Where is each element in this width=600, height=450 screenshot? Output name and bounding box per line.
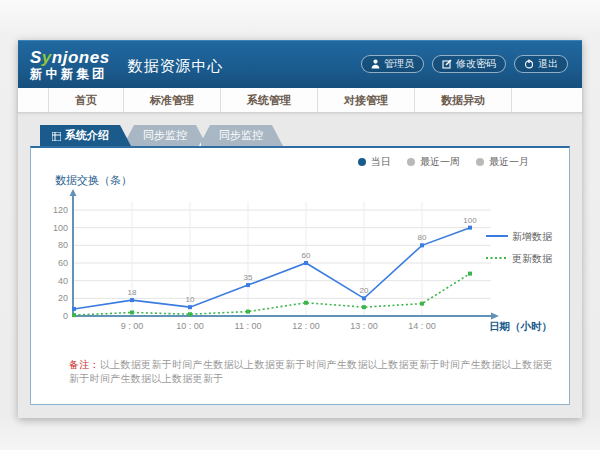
header-actions: 管理员 修改密码 退出 [361, 55, 568, 73]
svg-text:80: 80 [418, 233, 427, 242]
svg-text:40: 40 [58, 276, 68, 286]
footnote: 备注：以上数据更新于时间产生数据以上数据更新于时间产生数据以上数据更新于时间产生… [43, 358, 557, 386]
footnote-label: 备注： [69, 359, 100, 370]
svg-text:13 : 00: 13 : 00 [350, 321, 378, 331]
page-title: 数据资源中心 [128, 53, 224, 76]
radio-dot-selected [358, 158, 366, 166]
range-filter: 当日 最近一周 最近一月 [43, 154, 529, 169]
svg-text:20: 20 [58, 293, 68, 303]
radio-last-week[interactable]: 最近一周 [407, 155, 460, 169]
radio-last-month[interactable]: 最近一月 [476, 155, 529, 169]
main-nav: 首页 标准管理 系统管理 对接管理 数据异动 [18, 88, 582, 113]
tab-bar: 系统介绍 同步监控 同步监控 [40, 125, 570, 146]
user-icon [371, 59, 380, 69]
nav-item-standard-mgmt[interactable]: 标准管理 [124, 88, 221, 112]
svg-text:60: 60 [302, 251, 311, 260]
company-logo: Synjones 新中新集团 [30, 49, 110, 81]
chart-panel: 当日 最近一周 最近一月 数据交换（条） 0204060801001209 : … [30, 146, 570, 405]
radio-dot [476, 158, 484, 166]
logo-text-en: Synjones [30, 49, 110, 66]
svg-text:18: 18 [128, 288, 137, 297]
nav-item-home[interactable]: 首页 [48, 88, 124, 112]
change-password-button[interactable]: 修改密码 [432, 55, 506, 73]
svg-text:9 : 00: 9 : 00 [121, 321, 144, 331]
tab-system-intro[interactable]: 系统介绍 [40, 125, 131, 146]
svg-text:日期（小时）: 日期（小时） [489, 320, 552, 333]
grid-icon [52, 131, 61, 140]
svg-text:35: 35 [244, 273, 253, 282]
admin-user-button[interactable]: 管理员 [361, 55, 424, 73]
svg-text:120: 120 [53, 205, 68, 215]
svg-text:0: 0 [63, 311, 68, 321]
svg-text:更新数据: 更新数据 [512, 253, 553, 264]
svg-text:80: 80 [58, 240, 68, 250]
svg-text:新增数据: 新增数据 [512, 231, 553, 242]
exchange-chart: 0204060801001209 : 0010 : 0011 : 0012 : … [43, 188, 557, 340]
radio-dot [407, 158, 415, 166]
svg-text:10: 10 [186, 295, 195, 304]
app-header: Synjones 新中新集团 数据资源中心 管理员 修改密码 退出 [18, 40, 582, 88]
edit-icon [442, 59, 452, 69]
svg-text:12 : 00: 12 : 00 [292, 321, 320, 331]
svg-text:100: 100 [53, 223, 68, 233]
y-axis-title: 数据交换（条） [55, 173, 557, 188]
svg-text:10 : 00: 10 : 00 [176, 321, 204, 331]
nav-item-data-change[interactable]: 数据异动 [415, 88, 512, 112]
svg-text:11 : 00: 11 : 00 [235, 321, 262, 331]
radio-today[interactable]: 当日 [358, 155, 391, 169]
svg-text:14 : 00: 14 : 00 [408, 321, 436, 331]
content-area: 系统介绍 同步监控 同步监控 当日 最近一周 [18, 113, 582, 405]
app-window: Synjones 新中新集团 数据资源中心 管理员 修改密码 退出 [18, 40, 582, 418]
power-icon [524, 59, 534, 69]
svg-text:100: 100 [463, 216, 477, 225]
nav-item-system-mgmt[interactable]: 系统管理 [221, 88, 318, 112]
svg-text:60: 60 [58, 258, 68, 268]
nav-item-interface-mgmt[interactable]: 对接管理 [318, 88, 415, 112]
tab-sync-monitor-1[interactable]: 同步监控 [123, 125, 207, 146]
logout-button[interactable]: 退出 [514, 55, 568, 73]
logo-text-cn: 新中新集团 [30, 68, 110, 81]
svg-text:20: 20 [360, 286, 369, 295]
tab-sync-monitor-2[interactable]: 同步监控 [199, 125, 283, 146]
